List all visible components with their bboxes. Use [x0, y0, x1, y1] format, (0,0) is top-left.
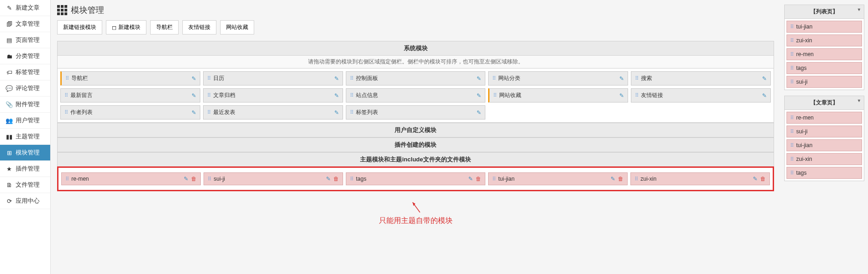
- sidebar-item-attachments[interactable]: 📎附件管理: [0, 97, 50, 113]
- grip-icon: ⠿: [790, 115, 794, 121]
- refresh-icon: ⟳: [6, 198, 13, 205]
- sidebar-item-comments[interactable]: 💬评论管理: [0, 80, 50, 97]
- new-link-module-button[interactable]: 新建链接模块: [57, 20, 102, 34]
- module-nav[interactable]: ⠿导航栏✎: [60, 71, 200, 86]
- module-archives[interactable]: ⠿文章归档✎: [203, 88, 343, 103]
- grip-icon: ⠿: [350, 92, 354, 98]
- sidebar-item-files[interactable]: 🗎文件管理: [0, 177, 50, 193]
- sidebar-item-label: 插件管理: [16, 165, 40, 173]
- edit-icon[interactable]: ✎: [334, 75, 339, 82]
- edit-icon[interactable]: ✎: [477, 92, 481, 99]
- theme-module-sui-ji[interactable]: ⠿sui-ji✎🗑: [204, 172, 343, 185]
- favorites-button[interactable]: 网站收藏: [220, 20, 254, 34]
- sidebar-item-modules[interactable]: ⊞模块管理: [0, 145, 50, 161]
- grip-icon: ⠿: [65, 75, 69, 81]
- sidebar-item-new-article[interactable]: ✎新建文章: [0, 0, 50, 16]
- plugin-modules-header: 插件创建的模块: [57, 137, 774, 152]
- theme-module-zui-xin[interactable]: ⠿zui-xin✎🗑: [630, 172, 770, 185]
- edit-icon[interactable]: ✎: [334, 109, 339, 116]
- edit-icon[interactable]: ✎: [753, 176, 757, 182]
- module-calendar[interactable]: ⠿日历✎: [203, 71, 343, 86]
- copy-icon: 🗐: [6, 21, 13, 28]
- friend-links-button[interactable]: 友情链接: [182, 20, 216, 34]
- sidebar-item-label: 文件管理: [16, 181, 40, 189]
- edit-icon[interactable]: ✎: [762, 92, 767, 99]
- theme-module-tui-jian[interactable]: ⠿tui-jian✎🗑: [488, 172, 628, 185]
- module-control-panel[interactable]: ⠿控制面板✎: [346, 71, 486, 86]
- sidebar-item-label: 新建文章: [16, 4, 40, 12]
- edit-icon[interactable]: ✎: [477, 75, 481, 82]
- theme-module-re-men[interactable]: ⠿re-men✎🗑: [61, 172, 201, 185]
- panel-item[interactable]: ⠿sui-ji: [786, 76, 862, 88]
- module-site-info[interactable]: ⠿站点信息✎: [346, 88, 486, 103]
- edit-icon[interactable]: ✎: [192, 109, 196, 116]
- panel-item[interactable]: ⠿tags: [786, 167, 862, 179]
- sidebar-item-categories[interactable]: 🖿分类管理: [0, 48, 50, 64]
- panel-item[interactable]: ⠿re-men: [786, 48, 862, 60]
- edit-icon[interactable]: ✎: [619, 92, 624, 99]
- edit-icon[interactable]: ✎: [192, 92, 196, 99]
- theme-module-tags[interactable]: ⠿tags✎🗑: [346, 172, 485, 185]
- panel-item[interactable]: ⠿sui-ji: [786, 126, 862, 137]
- nav-button[interactable]: 导航栏: [150, 20, 179, 34]
- sidebar-item-label: 主题管理: [16, 132, 40, 141]
- sidebar-item-users[interactable]: 👥用户管理: [0, 113, 50, 129]
- grip-icon: ⠿: [64, 109, 68, 115]
- sidebar-item-plugins[interactable]: ★插件管理: [0, 161, 50, 177]
- grip-icon: ⠿: [64, 92, 68, 98]
- edit-icon[interactable]: ✎: [468, 176, 473, 182]
- sidebar-item-tags[interactable]: 🏷标签管理: [0, 64, 50, 80]
- theme-modules-highlight: ⠿re-men✎🗑 ⠿sui-ji✎🗑 ⠿tags✎🗑 ⠿tui-jian✎🗑 …: [57, 166, 774, 191]
- edit-icon[interactable]: ✎: [619, 75, 624, 82]
- sidebar-item-themes[interactable]: ▮▮主题管理: [0, 129, 50, 145]
- module-authors[interactable]: ⠿作者列表✎: [60, 105, 200, 120]
- theme-icon: ▮▮: [6, 133, 13, 140]
- grip-icon: ⠿: [635, 176, 638, 182]
- sidebar: ✎新建文章 🗐文章管理 ▤页面管理 🖿分类管理 🏷标签管理 💬评论管理 📎附件管…: [0, 0, 51, 274]
- grip-icon: ⠿: [493, 92, 497, 98]
- module-favorites[interactable]: ⠿网站收藏✎: [488, 88, 628, 103]
- delete-icon[interactable]: 🗑: [476, 176, 481, 182]
- module-search[interactable]: ⠿搜索✎: [631, 71, 771, 86]
- panel-item[interactable]: ⠿zui-xin: [786, 153, 862, 165]
- panel-item[interactable]: ⠿tui-jian: [786, 139, 862, 151]
- annotation: 只能用主题自带的模块: [57, 200, 774, 226]
- edit-icon[interactable]: ✎: [184, 176, 188, 182]
- sidebar-item-apps[interactable]: ⟳应用中心: [0, 193, 50, 209]
- sidebar-item-label: 分类管理: [16, 52, 40, 60]
- edit-icon[interactable]: ✎: [334, 92, 339, 99]
- edit-icon[interactable]: ✎: [611, 176, 615, 182]
- grip-icon: ⠿: [350, 109, 354, 115]
- delete-icon[interactable]: 🗑: [333, 176, 339, 182]
- edit-icon[interactable]: ✎: [192, 75, 196, 82]
- sidebar-item-articles[interactable]: 🗐文章管理: [0, 16, 50, 32]
- article-page-panel: 【文章页】▾ ⠿re-men ⠿sui-ji ⠿tui-jian ⠿zui-xi…: [784, 96, 864, 181]
- puzzle-icon: ★: [6, 166, 13, 172]
- system-modules-desc: 请拖动需要的模块到右侧区域指定侧栏。侧栏中的模块可排序，也可拖至左侧区域移除。: [57, 56, 774, 68]
- module-friend-links[interactable]: ⠿友情链接✎: [631, 88, 771, 103]
- grid-icon: ⊞: [6, 149, 13, 156]
- new-module-button[interactable]: ◻新建模块: [106, 20, 146, 34]
- pencil-icon: ✎: [6, 5, 13, 11]
- delete-icon[interactable]: 🗑: [191, 176, 197, 182]
- panel-header[interactable]: 【列表页】▾: [785, 5, 864, 19]
- list-page-panel: 【列表页】▾ ⠿tui-jian ⠿zui-xin ⠿re-men ⠿tags …: [784, 5, 864, 90]
- grip-icon: ⠿: [790, 156, 794, 162]
- module-site-categories[interactable]: ⠿网站分类✎: [488, 71, 628, 86]
- panel-header[interactable]: 【文章页】▾: [785, 96, 864, 110]
- module-tag-list[interactable]: ⠿标签列表✎: [346, 105, 486, 120]
- delete-icon[interactable]: 🗑: [618, 176, 623, 182]
- edit-icon[interactable]: ✎: [762, 75, 767, 82]
- delete-icon[interactable]: 🗑: [760, 176, 766, 182]
- panel-item[interactable]: ⠿tags: [786, 62, 862, 74]
- panel-item[interactable]: ⠿tui-jian: [786, 21, 862, 33]
- edit-icon[interactable]: ✎: [477, 109, 481, 116]
- panel-item[interactable]: ⠿zui-xin: [786, 34, 862, 46]
- edit-icon[interactable]: ✎: [326, 176, 331, 182]
- module-recent-comments[interactable]: ⠿最新留言✎: [60, 88, 200, 103]
- grip-icon: ⠿: [790, 65, 794, 71]
- panel-item[interactable]: ⠿re-men: [786, 112, 862, 124]
- sidebar-item-pages[interactable]: ▤页面管理: [0, 32, 50, 48]
- module-recent-posts[interactable]: ⠿最近发表✎: [203, 105, 343, 120]
- theme-modules-header: 主题模块和主题include文件夹的文件模块: [57, 152, 774, 167]
